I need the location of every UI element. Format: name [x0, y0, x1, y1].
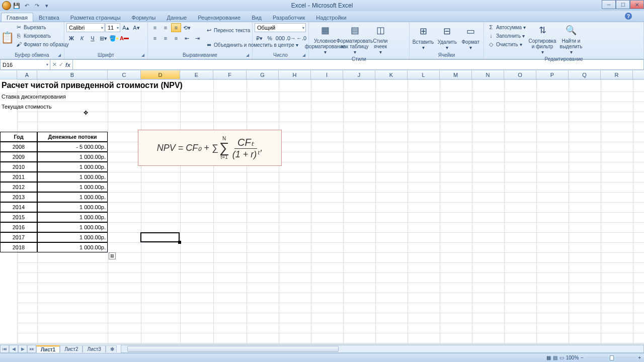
column-header-I[interactable]: I — [311, 70, 343, 79]
insert-cells-button[interactable]: ⊞Вставить▾ — [412, 23, 435, 52]
column-header-N[interactable]: N — [472, 70, 504, 79]
format-as-table-button[interactable]: ▤Форматировать как таблицу▾ — [341, 23, 369, 56]
font-name-combo[interactable]: Calibri — [66, 23, 105, 32]
view-normal-icon[interactable]: ▦ — [546, 355, 551, 360]
column-header-Q[interactable]: Q — [569, 70, 601, 79]
table-cell-cf[interactable]: 1 000.00р. — [37, 242, 108, 252]
column-header-H[interactable]: H — [279, 70, 311, 79]
format-painter-button[interactable]: 🖌Формат по образцу — [14, 40, 70, 48]
office-button[interactable] — [2, 1, 11, 10]
cell-a3[interactable]: Текущая стоимость — [0, 102, 106, 112]
conditional-formatting-button[interactable]: ▦Условное форматирование▾ — [311, 23, 339, 56]
column-header-D[interactable]: D — [141, 70, 180, 79]
column-header-K[interactable]: K — [375, 70, 408, 79]
column-header-C[interactable]: C — [108, 70, 141, 79]
align-center-icon[interactable]: ≡ — [160, 34, 171, 43]
table-cell-year[interactable]: 2012 — [0, 182, 37, 192]
zoom-out-icon[interactable]: − — [581, 355, 584, 360]
table-cell-cf[interactable]: 1 000.00р. — [37, 182, 108, 192]
tab-data[interactable]: Данные — [161, 13, 192, 22]
fill-button[interactable]: ↓Заполнить▾ — [486, 32, 527, 40]
cell-title[interactable]: Расчет чистой приведенной стоимости (NPV… — [0, 79, 211, 92]
delete-cells-button[interactable]: ⊟Удалить▾ — [436, 23, 458, 52]
table-cell-cf[interactable]: 1 000.00р. — [37, 162, 108, 172]
worksheet-grid[interactable]: ABCDEFGHIJKLMNOPQR Расчет чистой приведе… — [0, 70, 644, 344]
align-middle-icon[interactable]: ≡ — [160, 23, 171, 32]
table-cell-year[interactable]: 2013 — [0, 192, 37, 202]
column-header-R[interactable]: R — [601, 70, 633, 79]
table-cell-year[interactable]: 2015 — [0, 212, 37, 222]
percent-icon[interactable]: % — [265, 34, 275, 43]
table-cell-year[interactable]: 2017 — [0, 232, 37, 242]
tab-page-layout[interactable]: Разметка страницы — [65, 13, 126, 22]
tab-formulas[interactable]: Формулы — [126, 13, 162, 22]
grow-font-icon[interactable]: A▴ — [121, 23, 131, 32]
fx-icon[interactable]: fx — [65, 62, 70, 68]
sheet-nav-first-icon[interactable]: ⏮ — [0, 345, 9, 353]
clipboard-launcher-icon[interactable]: ◢ — [58, 53, 63, 58]
sheet-nav-last-icon[interactable]: ⏭ — [27, 345, 36, 353]
cell-a2[interactable]: Ставка дисконтирования — [0, 92, 106, 102]
table-cell-cf[interactable]: 1 000.00р. — [37, 222, 108, 232]
formula-image-object[interactable]: NPV = CF₀ + ∑ N ∑ t=1 CFₜ (1 + r)ᵗ , — [138, 130, 282, 166]
table-cell-cf[interactable]: 1 000.00р. — [37, 202, 108, 212]
align-right-icon[interactable]: ≡ — [171, 34, 181, 43]
copy-button[interactable]: ⎘Копировать — [14, 32, 70, 40]
currency-icon[interactable]: ₽▾ — [255, 34, 265, 43]
new-sheet-icon[interactable]: ✻ — [106, 345, 117, 352]
cancel-formula-icon[interactable]: ✕ — [52, 61, 57, 68]
cut-button[interactable]: ✂Вырезать — [14, 23, 70, 31]
column-header-B[interactable]: B — [37, 70, 108, 79]
decrease-indent-icon[interactable]: ⇤ — [182, 34, 192, 43]
table-cell-cf[interactable]: 1 000.00р. — [37, 192, 108, 202]
font-color-icon[interactable]: A — [119, 34, 129, 43]
comma-icon[interactable]: 000 — [275, 34, 285, 43]
accept-formula-icon[interactable]: ✓ — [59, 61, 63, 68]
table-cell-cf[interactable]: 1 000.00р. — [37, 232, 108, 242]
table-cell-cf[interactable]: 1 000.00р. — [37, 152, 108, 162]
orientation-icon[interactable]: ⟲▾ — [182, 23, 192, 32]
table-cell-year[interactable]: 2009 — [0, 152, 37, 162]
zoom-in-icon[interactable]: + — [638, 355, 641, 360]
sheet-tab-2[interactable]: Лист2 — [60, 345, 83, 352]
column-header-J[interactable]: J — [343, 70, 375, 79]
help-icon[interactable]: ? — [625, 13, 632, 20]
sheet-tab-3[interactable]: Лист3 — [83, 345, 105, 352]
table-cell-year[interactable]: 2011 — [0, 172, 37, 182]
tab-review[interactable]: Рецензирование — [192, 13, 246, 22]
increase-indent-icon[interactable]: ⇥ — [192, 34, 202, 43]
column-header-G[interactable]: G — [247, 70, 279, 79]
column-header-L[interactable]: L — [408, 70, 440, 79]
column-header-O[interactable]: O — [504, 70, 536, 79]
number-format-combo[interactable]: Общий — [255, 23, 306, 32]
increase-decimal-icon[interactable]: .0→ — [286, 34, 296, 43]
table-cell-year[interactable]: 2018 — [0, 242, 37, 252]
autosum-button[interactable]: ΣАвтосумма▾ — [486, 23, 527, 31]
tab-insert[interactable]: Вставка — [33, 13, 65, 22]
font-launcher-icon[interactable]: ◢ — [141, 53, 146, 58]
column-header-A[interactable]: A — [17, 70, 37, 79]
maximize-button[interactable]: ☐ — [616, 0, 630, 9]
alignment-launcher-icon[interactable]: ◢ — [246, 53, 251, 58]
view-break-icon[interactable]: ▭ — [559, 355, 564, 360]
column-header-F[interactable]: F — [213, 70, 247, 79]
table-cell-year[interactable]: 2010 — [0, 162, 37, 172]
zoom-slider[interactable] — [586, 357, 636, 359]
table-cell-year[interactable]: 2008 — [0, 142, 37, 152]
paste-icon[interactable]: 📋 — [1, 31, 14, 44]
minimize-button[interactable]: ─ — [602, 0, 616, 9]
underline-icon[interactable]: Ч — [88, 34, 98, 43]
sheet-nav-next-icon[interactable]: ▶ — [18, 345, 27, 353]
sort-filter-button[interactable]: ⇅Сортировка и фильтр▾ — [529, 23, 556, 56]
font-size-combo[interactable]: 11 — [105, 23, 120, 32]
align-top-icon[interactable]: ≡ — [150, 23, 160, 32]
zoom-level[interactable]: 100% — [566, 355, 579, 360]
column-header-E[interactable]: E — [180, 70, 213, 79]
tab-home[interactable]: Главная — [1, 13, 33, 22]
column-header-P[interactable]: P — [536, 70, 569, 79]
cell-styles-button[interactable]: ◫Стили ячеек▾ — [370, 23, 390, 56]
tab-developer[interactable]: Разработчик — [267, 13, 310, 22]
table-header-cf[interactable]: Денежные потоки — [37, 132, 108, 142]
select-all-corner[interactable] — [0, 70, 17, 79]
number-launcher-icon[interactable]: ◢ — [302, 53, 307, 58]
